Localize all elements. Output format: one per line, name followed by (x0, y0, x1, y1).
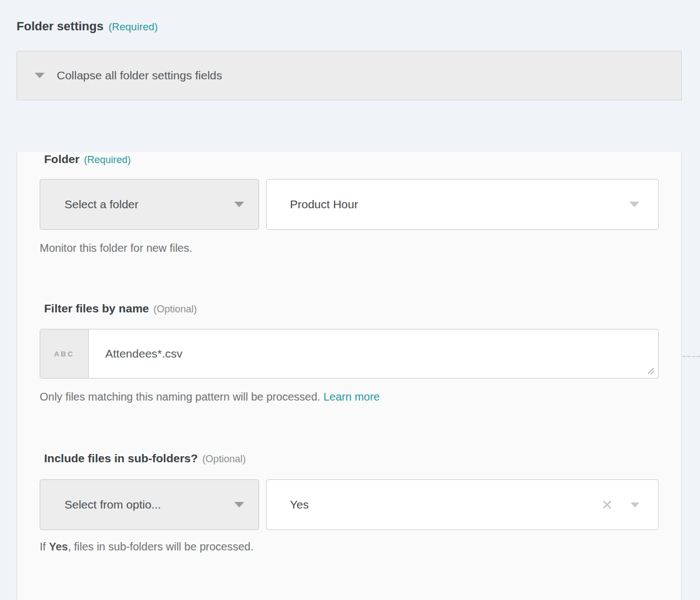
subfolders-help-bold: Yes (49, 540, 68, 553)
section-title-row: Folder settings(Required) (0, 0, 700, 35)
subfolders-field-label: Include files in sub-folders?(Optional) (44, 451, 681, 466)
chevron-down-icon (234, 502, 244, 507)
filter-pattern-field: ABC Attendees*.csv (40, 329, 659, 379)
subfolders-input-row: Select from optio... Yes ✕ (40, 479, 681, 530)
learn-more-link[interactable]: Learn more (324, 391, 380, 403)
subfolders-help-prefix: If (40, 540, 49, 553)
collapse-all-toggle[interactable]: Collapse all folder settings fields (17, 51, 682, 100)
folder-settings-panel: Collapse all folder settings fields Fold… (17, 51, 682, 600)
filter-pattern-input[interactable]: Attendees*.csv (89, 329, 658, 378)
connector-dashed-line (682, 356, 700, 357)
folder-source-select-label: Select a folder (64, 198, 138, 211)
collapse-all-label: Collapse all folder settings fields (57, 69, 222, 82)
subfolders-label-text: Include files in sub-folders? (44, 452, 198, 464)
chevron-down-icon (631, 502, 639, 507)
clear-icon[interactable]: ✕ (601, 498, 613, 512)
subfolders-source-select-label: Select from optio... (64, 498, 161, 511)
filter-help-body: Only files matching this naming pattern … (40, 391, 320, 403)
subfolders-selected-value: Yes (290, 498, 309, 511)
filter-optional-tag: (Optional) (153, 304, 197, 315)
folder-selected-value: Product Hour (290, 198, 358, 211)
subfolders-value-select[interactable]: Yes ✕ (266, 479, 659, 530)
chevron-down-icon (35, 73, 45, 78)
folder-label-text: Folder (44, 153, 79, 165)
folder-help-text: Monitor this folder for new files. (40, 241, 681, 255)
subfolders-optional-tag: (Optional) (202, 453, 246, 464)
folder-input-row: Select a folder Product Hour (40, 179, 681, 230)
resize-handle-icon[interactable] (646, 366, 655, 375)
page-title-required-tag: (Required) (109, 21, 158, 33)
filter-field-label: Filter files by name(Optional) (44, 301, 681, 316)
folder-value-select[interactable]: Product Hour (266, 179, 659, 230)
text-type-indicator: ABC (40, 329, 89, 378)
subfolders-help-suffix: , files in sub-folders will be processed… (68, 540, 254, 553)
chevron-down-icon (629, 202, 639, 207)
subfolders-source-select[interactable]: Select from optio... (40, 479, 259, 530)
filter-label-text: Filter files by name (44, 302, 149, 315)
folder-required-tag: (Required) (84, 154, 131, 165)
chevron-down-icon (234, 202, 244, 207)
folder-field-label: Folder(Required) (44, 152, 681, 167)
panel-body: Folder(Required) Select a folder Product… (17, 152, 682, 600)
page-title: Folder settings (17, 19, 104, 33)
folder-source-select[interactable]: Select a folder (40, 179, 259, 230)
folder-settings-screen: Folder settings(Required) Collapse all f… (0, 0, 700, 600)
filter-help-text: Only files matching this naming pattern … (40, 390, 681, 404)
subfolders-help-text: If Yes, files in sub-folders will be pro… (40, 539, 681, 554)
